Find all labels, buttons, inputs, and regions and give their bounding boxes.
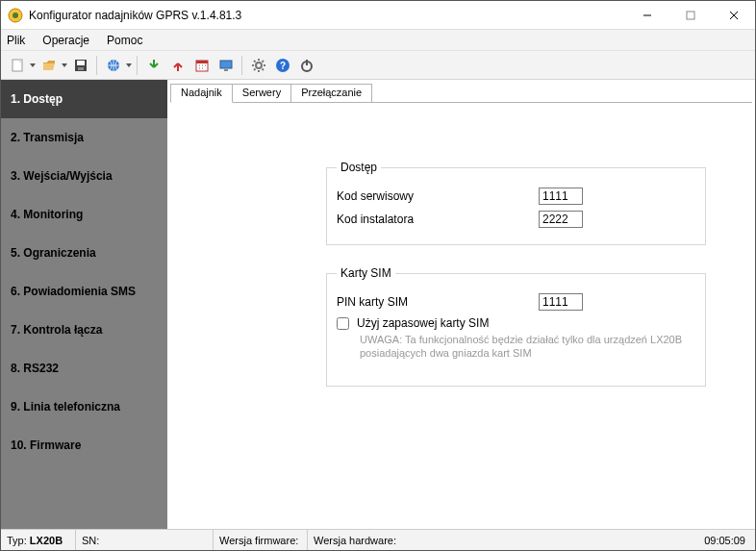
monitor-icon[interactable] [214,54,237,76]
svg-rect-23 [224,69,228,71]
menu-operacje[interactable]: Operacje [42,34,89,47]
svg-rect-12 [78,67,84,70]
statusbar: Typ: LX20B SN: Wersja firmware: Wersja h… [1,529,755,550]
sidebar-item-wejscia-wyjscia[interactable]: 3. Wejścia/Wyjścia [1,157,167,195]
svg-text:?: ? [279,61,285,71]
note-zapasowa-sim: UWAGA: Ta funkcjonalność będzie działać … [360,333,687,361]
input-kod-serwisowy[interactable] [539,188,583,205]
sidebar-item-kontrola-lacza[interactable]: 7. Kontrola łącza [1,311,167,349]
status-clock: 09:05:09 [694,535,755,546]
tab-serwery[interactable]: Serwery [232,84,291,103]
tab-panel-nadajnik: Dostęp Kod serwisowy Kod instalatora Kar… [170,102,752,529]
sidebar-item-ograniczenia[interactable]: 5. Ograniczenia [1,234,167,272]
menu-pomoc[interactable]: Pomoc [107,34,142,47]
label-pin-karty-sim: PIN karty SIM [337,295,539,309]
new-icon[interactable] [6,54,28,76]
svg-rect-22 [220,61,232,68]
svg-line-30 [262,68,264,70]
sidebar-item-firmware[interactable]: 10. Firmware [1,426,167,464]
status-sn: SN: [76,530,214,550]
input-kod-instalatora[interactable] [539,211,583,228]
checkbox-zapasowa-sim[interactable] [337,317,349,330]
status-hardware: Wersja hardware: [308,530,694,550]
menubar: Plik Operacje Pomoc [1,30,755,51]
open-icon[interactable] [38,54,60,76]
input-pin-karty-sim[interactable] [539,293,583,311]
sidebar-item-transmisja[interactable]: 2. Transmisja [1,118,167,157]
new-dropdown[interactable] [29,54,37,76]
menu-plik[interactable]: Plik [7,34,25,47]
svg-marker-8 [30,63,36,67]
svg-rect-16 [196,61,208,63]
svg-rect-3 [687,12,694,19]
gear-icon[interactable] [247,54,269,76]
svg-line-32 [262,61,264,63]
sidebar-item-powiadomienia-sms[interactable]: 6. Powiadomienia SMS [1,272,167,311]
label-kod-serwisowy: Kod serwisowy [337,189,539,203]
sidebar-item-monitoring[interactable]: 4. Monitoring [1,195,167,234]
calendar-icon[interactable] [190,54,213,76]
svg-line-31 [254,68,256,70]
globe-dropdown[interactable] [125,54,133,76]
label-kod-instalatora: Kod instalatora [337,213,539,226]
toolbar: ? [1,51,755,80]
download-icon[interactable] [142,54,164,76]
label-zapasowa-sim: Użyj zapasowej karty SIM [357,316,489,330]
close-button[interactable] [712,1,755,29]
save-icon[interactable] [69,54,91,76]
status-firmware: Wersja firmware: [214,530,308,550]
tab-nadajnik[interactable]: Nadajnik [170,84,233,103]
status-type: Typ: LX20B [1,530,76,550]
svg-marker-9 [62,63,67,67]
minimize-button[interactable] [625,1,668,29]
sidebar-item-linia-telefoniczna[interactable]: 9. Linia telefoniczna [1,388,167,426]
globe-icon[interactable] [102,54,124,76]
open-dropdown[interactable] [61,54,68,76]
sidebar: 1. Dostęp 2. Transmisja 3. Wejścia/Wyjśc… [1,80,167,529]
svg-rect-11 [77,61,85,65]
sidebar-item-dostep[interactable]: 1. Dostęp [1,80,167,118]
svg-line-29 [254,61,256,63]
svg-point-24 [256,63,262,68]
titlebar: Konfigurator nadajników GPRS v.1.4.81.3 [1,1,755,30]
main-area: 1. Dostęp 2. Transmisja 3. Wejścia/Wyjśc… [1,80,755,529]
fieldset-karty-sim: Karty SIM PIN karty SIM Użyj zapasowej k… [326,266,706,387]
svg-point-1 [13,13,18,18]
window-title: Konfigurator nadajników GPRS v.1.4.81.3 [29,9,625,22]
tab-przelaczanie[interactable]: Przełączanie [290,84,372,103]
upload-icon[interactable] [166,54,189,76]
app-icon [8,8,23,23]
svg-marker-14 [126,63,132,67]
legend-dostep: Dostęp [337,161,381,174]
sidebar-item-rs232[interactable]: 8. RS232 [1,349,167,388]
fieldset-dostep: Dostęp Kod serwisowy Kod instalatora [326,161,706,245]
tabbar: Nadajnik Serwery Przełączanie [170,84,371,103]
power-icon[interactable] [295,54,317,76]
help-icon[interactable]: ? [271,54,293,76]
content: Nadajnik Serwery Przełączanie Dostęp Kod… [167,80,755,529]
maximize-button[interactable] [668,1,712,29]
legend-karty-sim: Karty SIM [337,266,395,280]
